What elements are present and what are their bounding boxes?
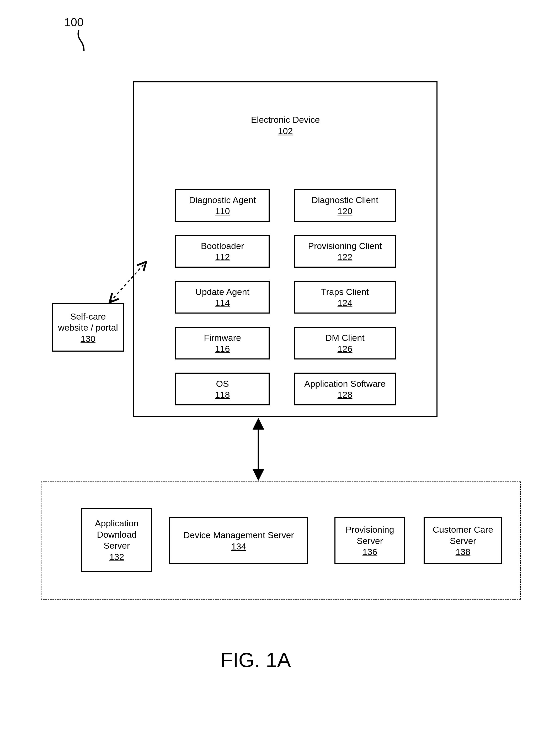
provisioning-server-box: Provisioning Server 136: [335, 517, 405, 564]
application-software-label: Application Software: [304, 378, 386, 389]
customer-care-server-num: 138: [456, 547, 471, 557]
figure-label: FIG. 1A: [220, 648, 291, 672]
diagnostic-agent-box: Diagnostic Agent 110: [175, 189, 270, 222]
device-management-server-label: Device Management Server: [183, 530, 294, 541]
device-management-server-num: 134: [231, 541, 246, 551]
diagnostic-agent-label: Diagnostic Agent: [189, 194, 256, 206]
application-download-server-label: Application Download Server: [82, 518, 151, 551]
provisioning-client-label: Provisioning Client: [308, 240, 382, 252]
bootloader-num: 112: [215, 252, 230, 262]
provisioning-server-label: Provisioning Server: [336, 524, 404, 546]
update-agent-label: Update Agent: [195, 286, 250, 297]
dm-client-box: DM Client 126: [294, 327, 396, 359]
diagnostic-agent-num: 110: [215, 206, 230, 216]
electronic-device-num: 102: [133, 126, 437, 136]
traps-client-box: Traps Client 124: [294, 281, 396, 314]
application-download-server-box: Application Download Server 132: [81, 508, 152, 572]
application-software-box: Application Software 128: [294, 373, 396, 405]
update-agent-num: 114: [215, 298, 230, 308]
electronic-device-title: Electronic Device 102: [133, 114, 437, 136]
traps-client-num: 124: [338, 298, 353, 308]
diagnostic-client-box: Diagnostic Client 120: [294, 189, 396, 222]
diagram-canvas: 100 Electronic Device 102 Diagnostic Age…: [0, 0, 560, 741]
provisioning-client-box: Provisioning Client 122: [294, 235, 396, 268]
dm-client-label: DM Client: [325, 332, 364, 343]
figure-ref-number: 100: [64, 16, 83, 29]
os-box: OS 118: [175, 373, 270, 405]
firmware-label: Firmware: [204, 332, 241, 343]
application-software-num: 128: [338, 390, 353, 400]
application-download-server-num: 132: [110, 552, 124, 562]
customer-care-server-label: Customer Care Server: [425, 524, 501, 546]
provisioning-client-num: 122: [338, 252, 353, 262]
selfcare-portal-box: Self-care website / portal 130: [52, 303, 124, 352]
firmware-num: 116: [215, 344, 230, 354]
electronic-device-label: Electronic Device: [133, 114, 437, 125]
provisioning-server-num: 136: [362, 547, 377, 557]
diagnostic-client-num: 120: [338, 206, 353, 216]
device-management-server-box: Device Management Server 134: [169, 517, 308, 564]
diagnostic-client-label: Diagnostic Client: [311, 194, 378, 206]
os-label: OS: [216, 378, 229, 389]
bootloader-label: Bootloader: [201, 240, 244, 252]
update-agent-box: Update Agent 114: [175, 281, 270, 314]
traps-client-label: Traps Client: [321, 286, 369, 297]
customer-care-server-box: Customer Care Server 138: [424, 517, 502, 564]
os-num: 118: [215, 390, 230, 400]
bootloader-box: Bootloader 112: [175, 235, 270, 268]
selfcare-portal-num: 130: [80, 334, 95, 344]
firmware-box: Firmware 116: [175, 327, 270, 359]
dm-client-num: 126: [338, 344, 353, 354]
selfcare-portal-label: Self-care website / portal: [53, 311, 123, 333]
